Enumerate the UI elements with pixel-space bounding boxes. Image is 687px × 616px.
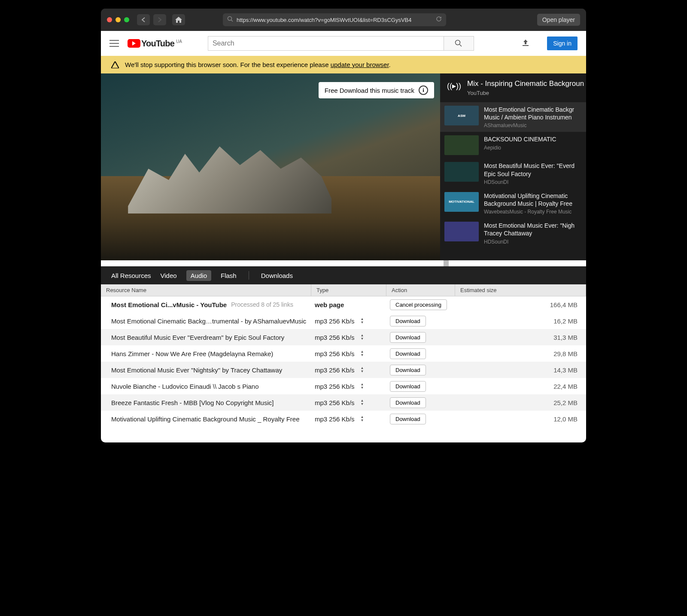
playlist-item-channel: AShamaluevMusic [484,122,574,128]
cancel-processing-button[interactable]: Cancel processing [390,299,447,310]
playlist-thumb [444,162,479,182]
download-button[interactable]: Download [390,397,426,408]
playlist-item-channel: HDSounDI [484,239,575,245]
forward-button[interactable] [153,14,166,25]
download-button[interactable]: Download [390,381,426,392]
upload-icon[interactable] [521,39,530,48]
format-stepper[interactable]: ▲▼ [361,383,367,390]
playlist-item-title-2: Epic Soul Factory [484,170,575,178]
home-button[interactable] [172,14,185,25]
close-window-button[interactable] [107,17,112,22]
table-header: Resource Name Type Action Estimated size [101,284,586,296]
open-player-button[interactable]: Open player [537,14,580,26]
table-row[interactable]: Motivational Uplifting Cinematic Backgro… [101,411,586,427]
playlist-item-title: BACKSOUND CINEMATIC [484,135,556,143]
processing-status: Processed 8 of 25 links [231,301,293,308]
download-button[interactable]: Download [390,414,426,424]
playlist-item-title-2: Background Music | Royalty Free [484,200,572,207]
table-row[interactable]: Nuvole Bianche - Ludovico Einaudi \\ Jac… [101,378,586,394]
download-button[interactable]: Download [390,316,426,326]
col-type[interactable]: Type [311,284,386,296]
playlist-thumb: ASM [444,106,479,125]
pane-divider[interactable] [101,260,586,266]
table-row[interactable]: Hans Zimmer - Now We Are Free (Magdelayn… [101,345,586,362]
format-stepper[interactable]: ▲▼ [361,317,367,324]
playlist-item[interactable]: ASM Most Emotional Cinematic Backgr Musi… [440,102,586,132]
resource-size: 12,0 MB [455,415,586,423]
resource-name: Breeze Fantastic Fresh - MBB [Vlog No Co… [111,399,274,406]
tab-downloads[interactable]: Downloads [261,272,293,279]
resource-size: 31,3 MB [455,334,586,341]
playlist-item-channel: WavebeatsMusic - Royalty Free Music [484,209,572,215]
playlist-item[interactable]: Most Emotional Music Ever: "Nigh Tracey … [440,218,586,248]
svg-rect-4 [523,45,529,46]
download-button[interactable]: Download [390,348,426,359]
resource-name: Motivational Uplifting Cinematic Backgro… [111,415,300,423]
browser-warning-banner: We'll stop supporting this browser soon.… [101,56,586,73]
video-player[interactable]: Free Download this music track i [101,73,440,260]
playlist-playing-icon: ((▸)) [447,81,461,91]
back-button[interactable] [137,14,150,25]
format-stepper[interactable]: ▲▼ [361,350,367,357]
tab-video[interactable]: Video [161,272,177,279]
video-overlay-banner[interactable]: Free Download this music track i [319,82,434,98]
youtube-header: YouTube UA Sign in [101,31,586,56]
titlebar: https://www.youtube.com/watch?v=goMlSWvt… [101,9,586,31]
resource-type: mp3 256 Kb/s [315,317,355,325]
playlist-item[interactable]: BACKSOUND CINEMATIC Aepidio [440,132,586,159]
format-stepper[interactable]: ▲▼ [361,334,367,341]
banner-text: We'll stop supporting this browser soon.… [125,61,391,68]
table-row-main[interactable]: Most Emotional Ci...vMusic - YouTube Pro… [101,296,586,313]
warning-icon [111,61,119,68]
svg-line-1 [231,20,233,22]
table-row[interactable]: Breeze Fantastic Fresh - MBB [Vlog No Co… [101,394,586,411]
maximize-window-button[interactable] [124,17,129,22]
resource-table-body: Most Emotional Ci...vMusic - YouTube Pro… [101,296,586,442]
svg-point-0 [228,17,232,21]
resource-type: mp3 256 Kb/s [315,415,355,423]
format-stepper[interactable]: ▲▼ [361,366,367,373]
resource-name: Nuvole Bianche - Ludovico Einaudi \\ Jac… [111,383,259,390]
playlist-thumb [444,222,479,241]
playlist-panel: ((▸)) Mix - Inspiring Cinematic Backgrou… [440,73,586,260]
tab-flash[interactable]: Flash [221,272,237,279]
playlist-title: Mix - Inspiring Cinematic Backgroun [467,79,584,88]
sign-in-button[interactable]: Sign in [547,37,578,50]
playlist-item-title-2: Tracey Chattaway [484,229,575,237]
table-row[interactable]: Most Emotional Music Ever "Nightsky" by … [101,362,586,378]
url-bar[interactable]: https://www.youtube.com/watch?v=goMlSWvt… [223,13,446,26]
playlist-item-channel: Aepidio [484,145,556,151]
tab-separator [249,271,249,280]
update-browser-link[interactable]: update your browser [331,61,389,68]
resource-name: Most Emotional Cinematic Backg…trumental… [111,317,306,325]
col-resource-name[interactable]: Resource Name [101,284,311,296]
search-button[interactable] [444,36,474,51]
search-input[interactable] [208,36,444,51]
resource-size: 29,8 MB [455,350,586,357]
resource-size: 16,2 MB [455,317,586,325]
playlist-item[interactable]: Most Beautiful Music Ever: "Everd Epic S… [440,159,586,188]
table-row[interactable]: Most Beautiful Music Ever "Everdream" by… [101,329,586,345]
playlist-thumb: MOTIVATIONAL [444,192,479,212]
window-controls [107,17,129,22]
reload-icon[interactable] [436,16,442,24]
col-action[interactable]: Action [386,284,455,296]
search-icon [227,16,233,24]
video-area: Free Download this music track i ((▸)) M… [101,73,586,260]
playlist-item-title: Most Emotional Music Ever: "Nigh [484,222,575,229]
format-stepper[interactable]: ▲▼ [361,399,367,406]
youtube-logo[interactable]: YouTube UA [128,39,182,49]
format-stepper[interactable]: ▲▼ [361,415,367,422]
table-row[interactable]: Most Emotional Cinematic Backg…trumental… [101,313,586,329]
resource-size: 25,2 MB [455,399,586,406]
resource-size: 166,4 MB [455,301,586,308]
tab-audio[interactable]: Audio [186,270,211,281]
playlist-item[interactable]: MOTIVATIONAL Motivational Uplifting Cine… [440,189,586,218]
hamburger-menu-icon[interactable] [109,40,119,47]
minimize-window-button[interactable] [116,17,121,22]
download-button[interactable]: Download [390,332,426,343]
col-estimated-size[interactable]: Estimated size [455,284,586,296]
resource-type: mp3 256 Kb/s [315,350,355,357]
tab-all-resources[interactable]: All Resources [111,272,151,279]
download-button[interactable]: Download [390,365,426,375]
